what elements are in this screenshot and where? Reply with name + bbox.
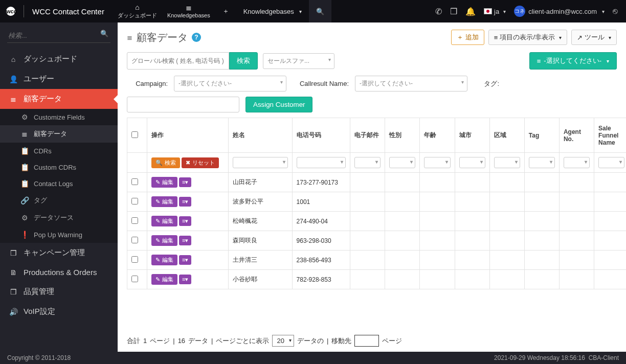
topnav-dashboard[interactable]: ⌂ ダッシュボード: [113, 0, 162, 22]
callresult-select[interactable]: -選択してください-: [355, 76, 467, 92]
row-menu-button[interactable]: ≡▾: [179, 177, 191, 187]
layers-icon[interactable]: ❒: [450, 7, 457, 16]
sidebar-sub-customize-fields[interactable]: ⚙Customize Fields: [0, 109, 118, 125]
extra-filter-input[interactable]: [127, 97, 239, 112]
assign-customer-button[interactable]: Assign Customer: [245, 97, 312, 112]
sidebar-item-label: ダッシュボード: [24, 54, 77, 64]
row-edit-button[interactable]: ✎編集: [151, 255, 177, 265]
row-checkbox[interactable]: [131, 256, 138, 263]
pager-per-page-select[interactable]: 20: [272, 335, 294, 347]
table-search-label: 検索: [165, 159, 176, 167]
share-icon: ↗: [577, 34, 583, 41]
row-checkbox[interactable]: [131, 198, 138, 204]
col-phone: 电话号码: [292, 118, 350, 153]
row-edit-button[interactable]: ✎編集: [151, 196, 177, 207]
filter-district[interactable]: [494, 157, 520, 168]
phone-icon[interactable]: ✆: [435, 7, 442, 16]
sidebar-sub-tags[interactable]: 🔗タグ: [0, 192, 118, 209]
list-icon: ≡▾: [182, 179, 188, 185]
topnav-search[interactable]: 🔍: [309, 0, 331, 22]
pager-total-pages: 1: [143, 337, 147, 345]
sidebar-item-quality[interactable]: ❒品質管理: [0, 282, 118, 302]
table-reset-button[interactable]: ✖リセット: [182, 157, 219, 168]
table-search-button[interactable]: 🔍検索: [151, 157, 180, 168]
tools-button[interactable]: ↗ツール: [571, 30, 617, 45]
row-menu-button[interactable]: ≡▾: [179, 216, 191, 226]
sidebar-item-label: ユーザー: [24, 74, 54, 84]
sidebar-item-customer-data[interactable]: ≣顧客データ: [0, 89, 118, 109]
locale-switcher[interactable]: ja: [484, 8, 506, 15]
sidebar-item-campaign[interactable]: ❒キャンペーン管理: [0, 243, 118, 263]
columns-button[interactable]: ≡項目の表示/非表示: [488, 30, 567, 45]
sidebar-sub-label: 顧客データ: [34, 129, 67, 139]
row-menu-button[interactable]: ≡▾: [179, 255, 191, 265]
filter-agent[interactable]: [564, 157, 590, 168]
col-op: 操作: [147, 118, 228, 153]
sidebar-sub-custom-cdrs[interactable]: 📋Custom CDRs: [0, 159, 118, 175]
user-menu[interactable]: コネ client-admin@wcc.com: [514, 6, 605, 17]
sidebar-sub-cdrs[interactable]: 📋CDRs: [0, 143, 118, 159]
row-menu-button[interactable]: ≡▾: [179, 275, 191, 284]
row-edit-button[interactable]: ✎編集: [151, 177, 177, 188]
sidebar-sub-popup-warning[interactable]: ❗Pop Up Warning: [0, 226, 118, 243]
row-edit-button[interactable]: ✎編集: [151, 274, 177, 285]
filter-age[interactable]: [424, 157, 450, 168]
topnav-add[interactable]: ＋: [215, 0, 236, 22]
table-row: ✎編集 ≡▾森岡咲良963-298-03007: [127, 231, 627, 251]
filter-sex[interactable]: [389, 157, 415, 168]
col-city: 城市: [455, 118, 489, 153]
pager-goto-label: 移動先: [331, 336, 351, 346]
sidebar-item-productions[interactable]: 🗎Productions & Orders: [0, 263, 118, 282]
row-checkbox[interactable]: [131, 237, 138, 243]
global-search-button[interactable]: 検索: [229, 52, 258, 70]
bell-icon[interactable]: 🔔: [465, 7, 476, 16]
filter-sfn[interactable]: [598, 157, 624, 168]
campaign-select[interactable]: -選択してください-: [174, 76, 286, 92]
search-icon[interactable]: 🔍: [100, 30, 108, 37]
row-edit-button[interactable]: ✎編集: [151, 235, 177, 246]
sidebar: 🔍 ⌂ダッシュボード 👤ユーザー ≣顧客データ ⚙Customize Field…: [0, 22, 118, 352]
pager-goto-input[interactable]: [354, 335, 379, 347]
global-search-input[interactable]: [127, 52, 229, 70]
sidebar-sub-customer-data[interactable]: ≣顧客データ: [0, 125, 118, 143]
sidebar-item-users[interactable]: 👤ユーザー: [0, 69, 118, 89]
select-all-checkbox[interactable]: [131, 131, 138, 138]
user-email: client-admin@wcc.com: [528, 8, 597, 15]
filter-name[interactable]: [233, 157, 288, 168]
topnav-kb-dropdown[interactable]: Knowledgebases: [236, 0, 309, 22]
row-checkbox[interactable]: [131, 276, 138, 282]
customer-table: 操作 姓名 电话号码 电子邮件 性別 年齢 城市 区域 Tag Agent No…: [127, 118, 626, 289]
cell-phone: 782-928-853: [292, 270, 350, 289]
sidebar-item-voip[interactable]: 🔊VoIP設定: [0, 302, 118, 322]
list-icon: ≡▾: [182, 198, 188, 204]
row-menu-button[interactable]: ≡▾: [179, 197, 191, 207]
sidebar-sub-contact-logs[interactable]: 📋Contact Logs: [0, 175, 118, 192]
sidebar-search-input[interactable]: [7, 29, 110, 43]
sales-funnel-select[interactable]: セールスファ...: [263, 53, 334, 69]
pager-separator: |: [211, 337, 213, 345]
page-head: ≣ 顧客データ ? ＋追加 ≡項目の表示/非表示 ↗ツール: [118, 22, 626, 47]
list-icon: ≡▾: [182, 276, 188, 282]
logout-icon[interactable]: ⎋: [613, 7, 618, 16]
sidebar-item-dashboard[interactable]: ⌂ダッシュボード: [0, 49, 118, 69]
tools-button-label: ツール: [585, 33, 605, 42]
filter-tag[interactable]: [529, 157, 555, 168]
filter-email[interactable]: [354, 157, 381, 168]
help-icon[interactable]: ?: [192, 33, 201, 42]
sidebar-sub-customer: ⚙Customize Fields ≣顧客データ 📋CDRs 📋Custom C…: [0, 109, 118, 243]
choose-button[interactable]: ≡-選択してください-: [529, 52, 617, 70]
filter-phone[interactable]: [297, 157, 346, 168]
row-edit-label: 編集: [162, 198, 173, 206]
row-menu-button[interactable]: ≡▾: [179, 236, 191, 245]
add-button[interactable]: ＋追加: [451, 30, 484, 45]
callresult-label: Callresult Name:: [293, 80, 349, 87]
sidebar-sub-datasource[interactable]: ⚙データソース: [0, 209, 118, 226]
pager-pages-suffix: ページ: [382, 336, 402, 346]
row-checkbox[interactable]: [131, 217, 138, 224]
row-edit-button[interactable]: ✎編集: [151, 216, 177, 226]
topbar: wcc WCC Contact Center ⌂ ダッシュボード ≣ Knowl…: [0, 0, 626, 22]
row-checkbox[interactable]: [131, 178, 138, 185]
topnav-knowledgebases[interactable]: ≣ Knowledgebases: [162, 0, 215, 22]
pager-separator: |: [327, 337, 328, 345]
filter-city[interactable]: [459, 157, 485, 168]
